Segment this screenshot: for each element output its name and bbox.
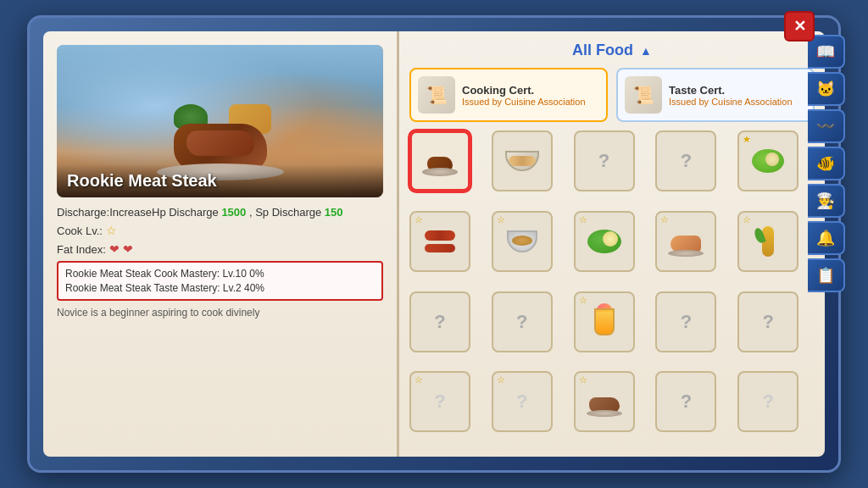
unknown-icon-16: ?	[516, 391, 527, 413]
food-stats: Discharge:IncreaseHp Discharge 1500 , Sp…	[57, 206, 383, 320]
cooking-cert-name: Cooking Cert.	[462, 84, 586, 97]
unknown-icon-11: ?	[516, 311, 527, 333]
nav-book-icon[interactable]: 📖	[808, 35, 845, 69]
unknown-icon-15: ?	[434, 391, 445, 413]
soup-icon	[504, 224, 540, 259]
veggie-plate-icon	[586, 226, 623, 257]
nav-scroll-icon[interactable]: 📋	[808, 258, 845, 292]
book-container: ✕ 📖 🐱 〰️ 🐠 👨‍🍳 🔔 📋 Rookie	[27, 15, 841, 473]
taste-cert-icon: 📜	[625, 76, 662, 114]
food-cell-19[interactable]: ?	[737, 371, 798, 432]
unknown-icon-14: ?	[762, 311, 773, 333]
food-cell-9[interactable]	[737, 211, 798, 272]
filter-label[interactable]: All Food	[572, 42, 633, 59]
mastery-text-1: Rookie Meat Steak Cook Mastery: Lv.10 0%	[65, 268, 375, 280]
food-cell-18[interactable]: ?	[655, 371, 716, 432]
food-cell-7[interactable]	[574, 211, 635, 272]
cook-lv-row: Cook Lv.: ☆	[57, 224, 383, 237]
description-text: Novice is a beginner aspiring to cook di…	[57, 306, 383, 320]
hp-value: 1500	[221, 206, 246, 219]
food-cell-6[interactable]	[492, 211, 553, 272]
food-cell-8[interactable]	[655, 211, 716, 272]
cooking-cert-card[interactable]: 📜 Cooking Cert. Issued by Cuisine Associ…	[409, 68, 608, 122]
mastery-text-2: Rookie Meat Steak Taste Mastery: Lv.2 40…	[65, 282, 375, 294]
cook-star-icon: ☆	[106, 224, 117, 237]
unknown-icon-2: ?	[598, 150, 609, 172]
food-name: Rookie Meat Steak	[67, 171, 217, 190]
nav-bell-icon[interactable]: 🔔	[808, 221, 845, 255]
skewer-icon	[422, 224, 458, 259]
fat-row: Fat Index: ❤ ❤	[57, 242, 383, 256]
book-pages: Rookie Meat Steak Discharge:IncreaseHp D…	[43, 31, 825, 457]
unknown-icon-19: ?	[762, 391, 773, 413]
left-page: Rookie Meat Steak Discharge:IncreaseHp D…	[43, 31, 399, 457]
cooking-cert-subtitle: Issued by Cuisine Association	[462, 97, 586, 107]
right-nav: 📖 🐱 〰️ 🐠 👨‍🍳 🔔 📋	[808, 35, 845, 292]
food-grid: ? ?	[409, 130, 815, 446]
unknown-icon-13: ?	[681, 311, 692, 333]
unknown-icon-10: ?	[434, 311, 445, 333]
food-cell-16[interactable]: ?	[492, 371, 553, 432]
food-cell-17[interactable]	[574, 371, 635, 432]
food-cell-15[interactable]: ?	[409, 371, 470, 432]
food-cell-10[interactable]: ?	[409, 291, 470, 352]
nav-fish-icon[interactable]: 🐠	[808, 147, 845, 180]
taste-cert-card[interactable]: 📜 Taste Cert. Issued by Cuisine Associat…	[616, 68, 815, 122]
discharge-row: Discharge:IncreaseHp Discharge 1500 , Sp…	[57, 206, 383, 219]
food-cell-5[interactable]	[409, 211, 470, 272]
food-cell-12[interactable]	[574, 291, 635, 352]
food-cell-3[interactable]: ?	[655, 130, 716, 191]
food-cell-4[interactable]	[737, 130, 798, 191]
food-image: Rookie Meat Steak	[57, 45, 383, 197]
close-button[interactable]: ✕	[784, 11, 815, 42]
filter-arrow-icon[interactable]: ▲	[640, 44, 652, 58]
fish-plate-icon	[667, 226, 704, 257]
nav-cat-icon[interactable]: 🐱	[808, 72, 845, 106]
shrimp-plate-icon	[504, 146, 541, 176]
mastery-box: Rookie Meat Steak Cook Mastery: Lv.10 0%…	[57, 261, 383, 301]
drink-icon	[589, 303, 620, 341]
cooking-cert-info: Cooking Cert. Issued by Cuisine Associat…	[462, 84, 586, 107]
meat-plate2-icon	[586, 386, 623, 417]
food-cell-2[interactable]: ?	[574, 130, 635, 191]
filter-row: All Food ▲	[409, 42, 815, 59]
nav-wave-icon[interactable]: 〰️	[808, 109, 845, 143]
unknown-icon-18: ?	[681, 391, 692, 413]
taste-cert-info: Taste Cert. Issued by Cuisine Associatio…	[669, 84, 793, 107]
food-cell-11[interactable]: ?	[492, 291, 553, 352]
heart-icon-2: ❤	[123, 242, 133, 256]
unknown-icon-3: ?	[681, 150, 692, 172]
right-page: All Food ▲ 📜 Cooking Cert. Issued by Cui…	[399, 31, 825, 457]
cooking-cert-icon: 📜	[418, 76, 455, 114]
sp-value: 150	[325, 206, 343, 219]
food-cell-0[interactable]	[409, 130, 470, 191]
food-cell-14[interactable]: ?	[737, 291, 798, 352]
taste-cert-subtitle: Issued by Cuisine Association	[669, 97, 793, 107]
salad-icon	[749, 146, 787, 176]
cert-row: 📜 Cooking Cert. Issued by Cuisine Associ…	[409, 68, 815, 122]
nav-chef-icon[interactable]: 👨‍🍳	[808, 184, 845, 218]
corn-icon	[750, 225, 786, 258]
food-cell-13[interactable]: ?	[655, 291, 716, 352]
steak-icon	[421, 146, 459, 176]
heart-icon-1: ❤	[109, 242, 120, 256]
food-cell-1[interactable]	[492, 130, 553, 191]
taste-cert-name: Taste Cert.	[669, 84, 793, 97]
